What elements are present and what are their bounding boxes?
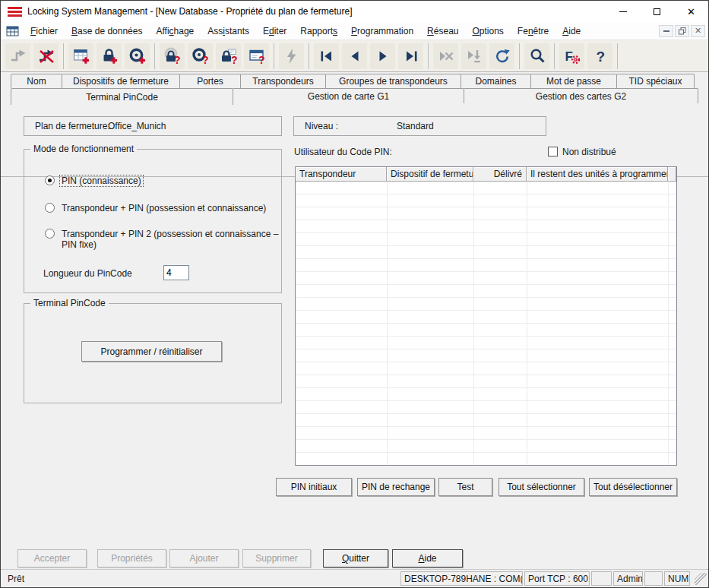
menu-item-programmation[interactable]: Programmation [344, 24, 420, 39]
close-icon: ✕ [687, 6, 695, 17]
svg-text:?: ? [596, 49, 605, 65]
radio-option-2[interactable]: Transpondeur + PIN 2 (possession et conn… [45, 228, 281, 251]
new-lock-button[interactable] [97, 43, 122, 69]
table-column-line [668, 182, 669, 465]
menu-item-reseau[interactable]: Réseau [420, 24, 465, 39]
radio-icon[interactable] [45, 229, 55, 239]
tab-portes[interactable]: Portes [179, 74, 241, 88]
table-column-line [527, 182, 527, 465]
pin-de-rechange-button[interactable]: PIN de rechange [357, 478, 435, 496]
menu-item-fichier[interactable]: Fichier [24, 24, 65, 39]
radio-option-1[interactable]: Transpondeur + PIN (possession et connai… [45, 202, 268, 214]
next-record-button[interactable] [370, 43, 395, 69]
status-panel-2 [591, 571, 612, 586]
column-header-2[interactable]: Délivré [473, 167, 527, 181]
menu-item-fenetre[interactable]: Fenêtre [511, 24, 555, 39]
refresh-button[interactable] [489, 43, 514, 69]
mdi-controls: ✕ [659, 25, 705, 37]
radio-icon[interactable] [45, 203, 55, 213]
read-lock-button[interactable]: ? [160, 43, 185, 69]
read-window-button[interactable]: ? [244, 43, 269, 69]
skip-cancel-button [433, 43, 458, 69]
app-logo-icon [8, 7, 22, 17]
toolbar-separator [63, 43, 64, 69]
plan-de-fermeture-label: Plan de fermeture: [35, 121, 110, 131]
disconnect-button[interactable] [33, 43, 59, 69]
menu-item-rapports[interactable]: Rapports [293, 24, 344, 39]
non-distribue-checkbox[interactable] [548, 147, 558, 156]
table-header: TranspondeurDispositif de fermetureDéliv… [296, 167, 676, 182]
terminal-group-title: Terminal PinCode [30, 298, 109, 308]
tab-transpondeurs[interactable]: Transpondeurs [240, 74, 326, 88]
menu-item-editer[interactable]: Editer [256, 24, 293, 39]
status-panel-5: NUM [664, 571, 690, 586]
mdi-minimize-button[interactable] [659, 25, 673, 37]
pin-length-label: Longueur du PinCode [43, 268, 132, 279]
tab-terminal-pincode[interactable]: Terminal PinCode [11, 88, 233, 105]
test-button[interactable]: Test [438, 478, 492, 496]
tout-deselectionner-button[interactable]: Tout désélectionner [589, 478, 677, 496]
tout-selectionner-button[interactable]: Tout sélectionner [499, 478, 584, 496]
pin-initiaux-button[interactable]: PIN initiaux [276, 478, 352, 496]
radio-label: Transpondeur + PIN (possession et connai… [59, 202, 268, 214]
connect-arrow-icon [9, 47, 27, 65]
menu-item-affichage[interactable]: Affichage [149, 24, 201, 39]
svg-text:?: ? [258, 54, 265, 65]
tab-nom[interactable]: Nom [11, 74, 62, 88]
toolbar-separator [154, 43, 155, 69]
toolbar: ? ? ? ? F ? [1, 40, 708, 72]
column-header-filler [668, 167, 676, 181]
new-transponder-button[interactable] [125, 43, 150, 69]
pin-length-input[interactable] [163, 265, 189, 280]
mdi-close-button[interactable]: ✕ [691, 25, 705, 37]
quitter-button[interactable]: Quitter [323, 549, 388, 567]
first-record-icon [318, 47, 336, 65]
search-icon [528, 47, 546, 65]
window-title: Locking System Management - [New Databas… [27, 6, 606, 17]
resize-grip-icon[interactable] [695, 573, 707, 585]
new-locking-plan-icon [72, 47, 90, 65]
column-header-1[interactable]: Dispositif de fermeture [387, 167, 473, 181]
menu-item-options[interactable]: Options [465, 24, 510, 39]
minimize-button[interactable] [606, 1, 640, 22]
refresh-icon [493, 47, 511, 65]
search-button[interactable] [524, 43, 549, 69]
programmer-reinitialiser-button[interactable]: Programmer / réinitialiser [81, 341, 222, 362]
radio-option-0[interactable]: PIN (connaissance) [45, 175, 144, 187]
maximize-button[interactable] [640, 1, 674, 22]
tab-dispositifs-de-fermeture[interactable]: Dispositifs de fermeture [62, 74, 180, 88]
new-lock-icon [100, 47, 119, 65]
new-locking-plan-button[interactable] [68, 43, 93, 69]
radio-icon[interactable] [45, 175, 55, 185]
read-lock-g1-button[interactable]: ? [216, 43, 241, 69]
menu-item-aide[interactable]: Aide [555, 24, 587, 39]
titlebar: Locking System Management - [New Databas… [1, 1, 708, 22]
tab-tid-speciaux[interactable]: TID spéciaux [616, 74, 695, 88]
niveau-value: Standard [397, 121, 434, 131]
read-transponder-button[interactable]: ? [188, 43, 213, 69]
filter-settings-button[interactable]: F [559, 43, 584, 69]
column-header-0[interactable]: Transpondeur [296, 167, 387, 181]
terminal-pincode-group: Terminal PinCode Programmer / réinitiali… [24, 303, 282, 403]
close-button[interactable]: ✕ [674, 1, 708, 22]
previous-record-button[interactable] [342, 43, 367, 69]
menubar: FichierBase de donnéesAffichageAssistant… [1, 22, 708, 40]
menu-item-base-de-donnees[interactable]: Base de données [65, 24, 149, 39]
tab-domaines[interactable]: Domaines [461, 74, 531, 88]
tab-groupes-de-transpondeurs[interactable]: Groupes de transpondeurs [325, 74, 461, 88]
document-icon[interactable] [6, 25, 19, 37]
column-header-3[interactable]: Il restent des unités à programmer [527, 167, 668, 181]
tab-mot-de-passe[interactable]: Mot de passe [530, 74, 617, 88]
new-transponder-icon [128, 47, 147, 65]
tab-gestion-de-carte-g1[interactable]: Gestion de carte G1 [233, 88, 464, 103]
tab-gestion-des-cartes-g2[interactable]: Gestion des cartes G2 [464, 88, 698, 103]
mdi-restore-button[interactable] [675, 25, 689, 37]
menu-item-assistants[interactable]: Assistants [201, 24, 256, 39]
last-record-button[interactable] [398, 43, 423, 69]
first-record-button[interactable] [314, 43, 339, 69]
help-button[interactable]: ? [587, 43, 612, 69]
pin-user-table[interactable]: TranspondeurDispositif de fermetureDéliv… [295, 166, 677, 466]
aide-button[interactable]: Aide [392, 549, 463, 567]
menu-items: FichierBase de donnéesAffichageAssistant… [24, 24, 659, 39]
toolbar-separator [617, 43, 618, 69]
